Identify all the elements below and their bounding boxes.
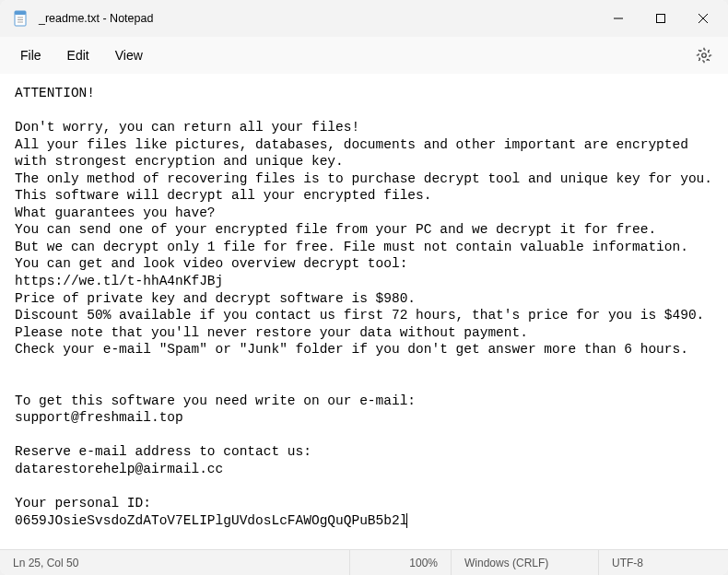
status-zoom[interactable]: 100% <box>350 550 452 575</box>
minimize-button[interactable] <box>597 0 640 37</box>
menu-bar: File Edit View <box>0 37 728 74</box>
svg-rect-1 <box>15 11 26 15</box>
close-button[interactable] <box>682 0 724 37</box>
svg-point-10 <box>699 50 710 61</box>
menu-edit[interactable]: Edit <box>54 42 102 68</box>
menu-file[interactable]: File <box>7 42 54 68</box>
notepad-icon <box>13 10 29 27</box>
menu-view[interactable]: View <box>102 42 156 68</box>
window-controls <box>597 0 724 37</box>
svg-rect-6 <box>657 15 665 23</box>
maximize-button[interactable] <box>640 0 682 37</box>
window-title: _readme.txt - Notepad <box>39 12 597 25</box>
document-text: ATTENTION! Don't worry, you can return a… <box>15 86 712 528</box>
svg-point-9 <box>702 53 707 58</box>
settings-button[interactable] <box>687 41 721 70</box>
status-bar: Ln 25, Col 50 100% Windows (CRLF) UTF-8 <box>0 549 728 575</box>
text-editor[interactable]: ATTENTION! Don't worry, you can return a… <box>0 74 728 549</box>
text-caret <box>406 513 407 528</box>
title-bar: _readme.txt - Notepad <box>0 0 728 37</box>
status-encoding: UTF-8 <box>599 550 728 575</box>
status-line-ending: Windows (CRLF) <box>452 550 599 575</box>
status-cursor-position: Ln 25, Col 50 <box>0 550 350 575</box>
